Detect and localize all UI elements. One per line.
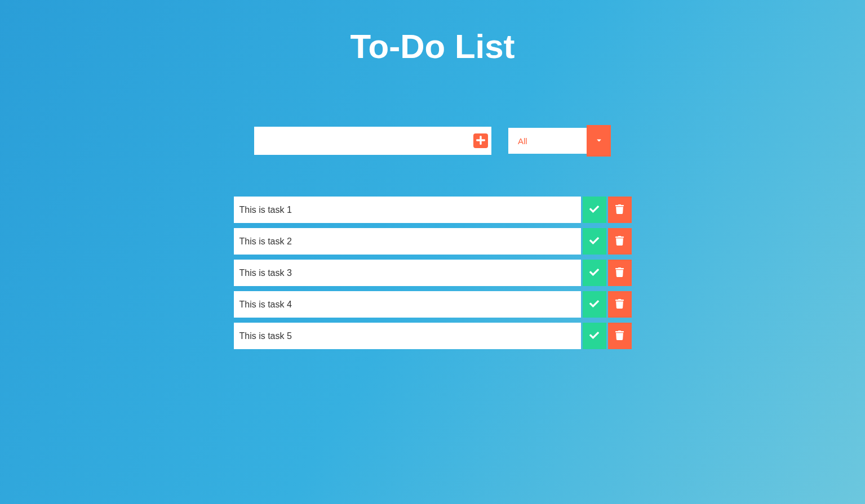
- delete-task-button[interactable]: [608, 228, 632, 255]
- complete-task-button[interactable]: [583, 228, 606, 255]
- trash-icon: [615, 267, 624, 279]
- filter-caret[interactable]: [587, 125, 611, 157]
- complete-task-button[interactable]: [583, 260, 606, 286]
- task-label: This is task 2: [234, 228, 581, 255]
- complete-task-button[interactable]: [583, 323, 606, 349]
- task-row: This is task 5: [234, 323, 632, 349]
- complete-task-button[interactable]: [583, 291, 606, 318]
- add-task-button[interactable]: [473, 133, 488, 148]
- task-row: This is task 2: [234, 228, 632, 255]
- caret-down-icon: [596, 136, 602, 146]
- check-icon: [589, 299, 599, 310]
- task-list: This is task 1 This is task 2: [234, 197, 632, 349]
- delete-task-button[interactable]: [608, 323, 632, 349]
- check-icon: [589, 204, 599, 216]
- delete-task-button[interactable]: [608, 197, 632, 223]
- plus-icon: [476, 135, 486, 147]
- page-title: To-Do List: [350, 27, 514, 66]
- trash-icon: [615, 204, 624, 216]
- controls-row: All: [254, 127, 611, 155]
- task-label: This is task 5: [234, 323, 581, 349]
- trash-icon: [615, 299, 624, 310]
- check-icon: [589, 267, 599, 279]
- filter-selected-label: All: [508, 128, 587, 154]
- task-input-wrapper: [254, 127, 491, 155]
- task-label: This is task 1: [234, 197, 581, 223]
- task-input[interactable]: [256, 127, 473, 155]
- task-row: This is task 1: [234, 197, 632, 223]
- task-label: This is task 3: [234, 260, 581, 286]
- delete-task-button[interactable]: [608, 260, 632, 286]
- app-container: To-Do List All This is task 1: [0, 0, 865, 349]
- delete-task-button[interactable]: [608, 291, 632, 318]
- check-icon: [589, 236, 599, 247]
- check-icon: [589, 331, 599, 342]
- complete-task-button[interactable]: [583, 197, 606, 223]
- filter-select[interactable]: All: [508, 128, 611, 154]
- trash-icon: [615, 331, 624, 342]
- task-row: This is task 4: [234, 291, 632, 318]
- task-row: This is task 3: [234, 260, 632, 286]
- task-label: This is task 4: [234, 291, 581, 318]
- trash-icon: [615, 236, 624, 247]
